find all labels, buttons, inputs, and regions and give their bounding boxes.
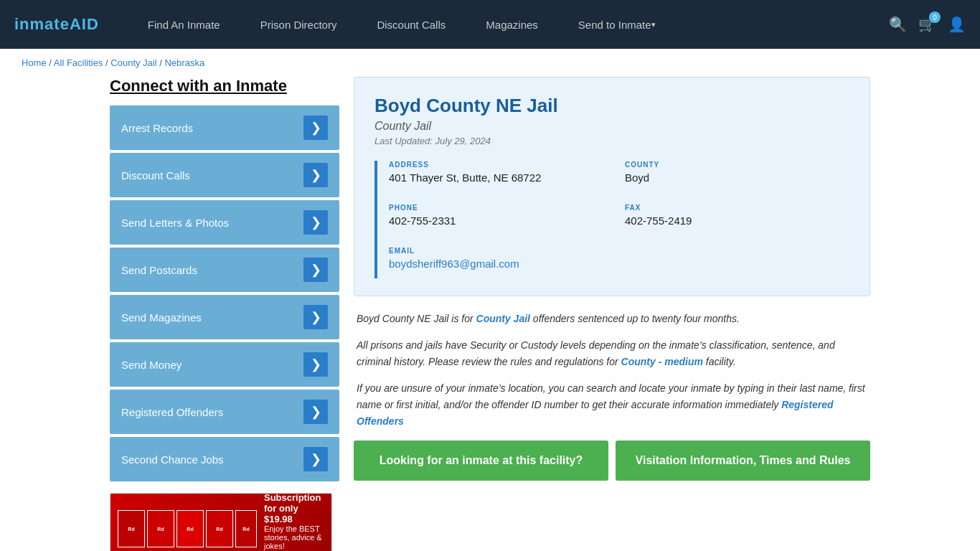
nav-find-inmate[interactable]: Find An Inmate: [128, 0, 240, 49]
description-para1: Boyd County NE Jail is for County Jail o…: [357, 311, 867, 327]
chevron-right-icon: ❯: [303, 116, 328, 140]
phone-block: PHONE 402-755-2331: [389, 204, 613, 227]
sidebar-item-label: Send Postcards: [121, 264, 197, 276]
address-value: 401 Thayer St, Butte, NE 68722: [389, 171, 613, 184]
user-icon[interactable]: 👤: [948, 16, 966, 33]
chevron-right-icon: ❯: [303, 447, 328, 471]
find-inmate-button[interactable]: Looking for an inmate at this facility?: [354, 441, 608, 481]
sidebar-item-send-magazines[interactable]: Send Magazines ❯: [110, 295, 339, 339]
cart-icon[interactable]: 🛒 0: [918, 16, 936, 33]
email-block: EMAIL boydsheriff963@gmail.com: [389, 247, 849, 270]
nav-prison-directory[interactable]: Prison Directory: [240, 0, 357, 49]
address-block: ADDRESS 401 Thayer St, Butte, NE 68722: [389, 161, 613, 184]
phone-value: 402-755-2331: [389, 215, 613, 227]
chevron-right-icon: ❯: [303, 305, 328, 329]
search-icon[interactable]: 🔍: [889, 16, 907, 33]
nav-magazines[interactable]: Magazines: [466, 0, 558, 49]
fax-block: FAX 402-755-2419: [625, 204, 849, 227]
info-divider: ADDRESS 401 Thayer St, Butte, NE 68722 C…: [374, 161, 849, 278]
bottom-buttons: Looking for an inmate at this facility? …: [354, 441, 870, 481]
ad-inner: Rd Rd Rd Rd Rd 1 Year Subscription for o…: [110, 494, 331, 551]
cart-badge: 0: [929, 11, 941, 23]
county-value: Boyd: [625, 171, 849, 184]
para2-before: All prisons and jails have Security or C…: [357, 339, 835, 367]
main-layout: Connect with an Inmate Arrest Records ❯ …: [95, 77, 885, 551]
facility-type: County Jail: [374, 120, 849, 133]
sidebar-item-label: Send Magazines: [121, 311, 202, 324]
ad-covers: Rd Rd Rd Rd Rd: [118, 501, 257, 551]
description-para2: All prisons and jails have Security or C…: [357, 337, 867, 370]
para2-after: facility.: [703, 356, 736, 367]
facility-card: Boyd County NE Jail County Jail Last Upd…: [354, 77, 870, 296]
email-value[interactable]: boydsheriff963@gmail.com: [389, 258, 849, 270]
sidebar-menu: Arrest Records ❯ Discount Calls ❯ Send L…: [110, 105, 339, 481]
sidebar-item-label: Registered Offenders: [121, 406, 223, 418]
breadcrumb-state[interactable]: Nebraska: [164, 57, 204, 68]
sidebar-item-send-money[interactable]: Send Money ❯: [110, 342, 339, 387]
phone-label: PHONE: [389, 204, 613, 212]
address-label: ADDRESS: [389, 161, 613, 169]
chevron-right-icon: ❯: [303, 400, 328, 424]
breadcrumb-all-facilities[interactable]: All Facilities: [54, 57, 103, 68]
sidebar-title: Connect with an Inmate: [110, 77, 339, 95]
chevron-right-icon: ❯: [303, 210, 328, 235]
sidebar-item-label: Second Chance Jobs: [121, 453, 224, 466]
email-label: EMAIL: [389, 247, 849, 255]
sidebar-item-label: Send Letters & Photos: [121, 217, 229, 229]
sidebar-item-label: Arrest Records: [121, 122, 193, 134]
nav-discount-calls[interactable]: Discount Calls: [357, 0, 466, 49]
description: Boyd County NE Jail is for County Jail o…: [354, 311, 870, 430]
facility-name: Boyd County NE Jail: [374, 95, 849, 117]
sidebar-item-send-letters[interactable]: Send Letters & Photos ❯: [110, 200, 339, 245]
county-jail-link[interactable]: County Jail: [476, 313, 530, 324]
fax-value: 402-755-2419: [625, 215, 849, 227]
chevron-right-icon: ❯: [303, 258, 328, 282]
description-para3: If you are unsure of your inmate’s locat…: [357, 380, 867, 430]
county-label: COUNTY: [625, 161, 849, 169]
info-grid: ADDRESS 401 Thayer St, Butte, NE 68722 C…: [389, 161, 849, 278]
breadcrumb-home[interactable]: Home: [22, 57, 47, 68]
sidebar-ad[interactable]: Rd Rd Rd Rd Rd 1 Year Subscription for o…: [110, 493, 332, 551]
nav-send-to-inmate[interactable]: Send to Inmate: [558, 0, 676, 49]
sidebar-item-arrest-records[interactable]: Arrest Records ❯: [110, 105, 339, 150]
para1-after: offenders sentenced up to twenty four mo…: [530, 313, 740, 324]
ad-headline: 1 Year Subscription for only $19.98: [264, 493, 321, 524]
logo-text: inmateAID: [14, 15, 99, 34]
sidebar-item-label: Discount Calls: [121, 169, 190, 182]
breadcrumb-county-jail[interactable]: County Jail: [110, 57, 156, 68]
sidebar: Connect with an Inmate Arrest Records ❯ …: [110, 77, 339, 551]
magazine-cover-4: Rd: [206, 510, 233, 547]
header: inmateAID Find An Inmate Prison Director…: [0, 0, 980, 49]
logo[interactable]: inmateAID: [14, 15, 99, 34]
breadcrumb: Home / All Facilities / County Jail / Ne…: [0, 49, 980, 77]
fax-label: FAX: [625, 204, 849, 212]
magazine-cover-1: Rd: [118, 510, 145, 547]
visitation-button[interactable]: Visitation Information, Times and Rules: [616, 441, 870, 481]
sidebar-item-second-chance-jobs[interactable]: Second Chance Jobs ❯: [110, 437, 339, 481]
sidebar-item-discount-calls[interactable]: Discount Calls ❯: [110, 153, 339, 197]
facility-updated: Last Updated: July 29, 2024: [374, 136, 849, 146]
county-block: COUNTY Boyd: [625, 161, 849, 184]
magazine-cover-2: Rd: [147, 510, 174, 547]
ad-text: 1 Year Subscription for only $19.98 Enjo…: [264, 493, 324, 551]
sidebar-item-registered-offenders[interactable]: Registered Offenders ❯: [110, 390, 339, 434]
chevron-right-icon: ❯: [303, 163, 328, 187]
county-medium-link[interactable]: County - medium: [621, 356, 703, 367]
ad-sub: Enjoy the BEST stories, advice & jokes!: [264, 524, 322, 550]
sidebar-item-label: Send Money: [121, 359, 182, 371]
magazine-cover-5: Rd: [235, 510, 257, 547]
magazine-cover-3: Rd: [176, 510, 204, 547]
chevron-right-icon: ❯: [303, 352, 328, 377]
main-nav: Find An Inmate Prison Directory Discount…: [128, 0, 889, 49]
sidebar-item-send-postcards[interactable]: Send Postcards ❯: [110, 248, 339, 292]
main-content: Boyd County NE Jail County Jail Last Upd…: [354, 77, 870, 551]
para1-before: Boyd County NE Jail is for: [357, 313, 476, 324]
header-icons: 🔍 🛒 0 👤: [889, 16, 966, 33]
